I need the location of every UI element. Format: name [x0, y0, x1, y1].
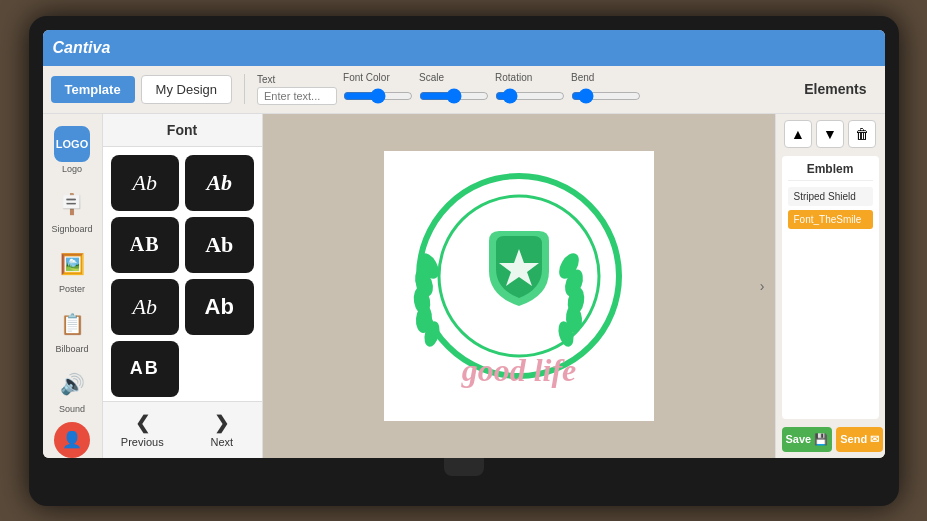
sidebar-item-billboard[interactable]: 📋 Bilboard: [50, 302, 94, 358]
save-label: Save: [786, 433, 812, 445]
down-icon: ▼: [823, 126, 837, 142]
scale-label: Scale: [419, 72, 444, 83]
font-color-field: Font Color: [343, 72, 413, 107]
elements-label: Elements: [804, 81, 876, 97]
toolbar-divider: [244, 74, 245, 104]
mydesign-button[interactable]: My Design: [141, 75, 232, 104]
font-color-label: Font Color: [343, 72, 390, 83]
font-item-4[interactable]: Ab: [185, 217, 254, 273]
sidebar-bottom: 👤: [54, 422, 90, 458]
main-content: LOGO Logo 🪧 Signboard 🖼️ Poster 📋 Bilboa…: [43, 114, 885, 458]
sound-icon: 🔊: [54, 366, 90, 402]
bend-label: Bend: [571, 72, 594, 83]
right-panel: ▲ ▼ 🗑 Emblem Striped Shield Font_TheSmil…: [775, 114, 885, 458]
billboard-icon: 📋: [54, 306, 90, 342]
toolbar: Template My Design Text Font Color Scale…: [43, 66, 885, 114]
back-icon: 👤: [62, 430, 82, 449]
rotation-slider[interactable]: [495, 85, 565, 107]
font-grid: Ab Ab AB Ab Ab Ab: [103, 147, 262, 401]
monitor-stand: [444, 458, 484, 476]
font-item-2[interactable]: Ab: [185, 155, 254, 211]
send-button[interactable]: Send ✉: [836, 427, 883, 452]
delete-button[interactable]: 🗑: [848, 120, 876, 148]
scale-slider[interactable]: [419, 85, 489, 107]
canvas-text: good life: [460, 352, 576, 388]
text-label: Text: [257, 74, 275, 85]
next-label: Next: [210, 436, 233, 448]
up-icon: ▲: [791, 126, 805, 142]
rotation-label: Rotation: [495, 72, 532, 83]
rotation-field: Rotation: [495, 72, 565, 107]
font-text-3: AB: [130, 233, 160, 256]
signboard-icon: 🪧: [54, 186, 90, 222]
sidebar-item-logo[interactable]: LOGO Logo: [50, 122, 94, 178]
font-item-5[interactable]: Ab: [111, 279, 180, 335]
next-arrow: ❯: [214, 412, 229, 434]
save-icon: 💾: [814, 433, 828, 446]
font-panel: Font Ab Ab AB Ab Ab: [103, 114, 263, 458]
app-logo: Cantiva: [53, 39, 111, 57]
font-text-5: Ab: [133, 294, 157, 320]
monitor-screen: Cantiva Template My Design Text Font Col…: [43, 30, 885, 458]
font-text-2: Ab: [206, 170, 232, 196]
sidebar-label-signboard: Signboard: [51, 224, 92, 234]
font-item-1[interactable]: Ab: [111, 155, 180, 211]
right-panel-controls: ▲ ▼ 🗑: [782, 120, 879, 148]
delete-icon: 🗑: [855, 126, 869, 142]
up-button[interactable]: ▲: [784, 120, 812, 148]
sidebar-item-poster[interactable]: 🖼️ Poster: [50, 242, 94, 298]
sidebar-label-logo: Logo: [62, 164, 82, 174]
bend-slider[interactable]: [571, 85, 641, 107]
send-icon: ✉: [870, 433, 879, 446]
down-button[interactable]: ▼: [816, 120, 844, 148]
sidebar-label-poster: Poster: [59, 284, 85, 294]
app-header: Cantiva: [43, 30, 885, 66]
font-item-7[interactable]: AB: [111, 341, 180, 397]
font-nav: ❮ Previous ❯ Next: [103, 401, 262, 458]
font-text-1: Ab: [133, 170, 157, 196]
right-panel-footer: Save 💾 Send ✉: [782, 427, 879, 452]
template-button[interactable]: Template: [51, 76, 135, 103]
back-button[interactable]: 👤: [54, 422, 90, 458]
scale-field: Scale: [419, 72, 489, 107]
prev-label: Previous: [121, 436, 164, 448]
text-input[interactable]: [257, 87, 337, 105]
canvas-svg: good life: [384, 151, 654, 421]
font-panel-header: Font: [103, 114, 262, 147]
save-button[interactable]: Save 💾: [782, 427, 833, 452]
monitor: Cantiva Template My Design Text Font Col…: [29, 16, 899, 506]
sidebar-label-billboard: Bilboard: [55, 344, 88, 354]
bend-field: Bend: [571, 72, 641, 107]
poster-icon: 🖼️: [54, 246, 90, 282]
font-text-4: Ab: [205, 232, 233, 258]
font-item-6[interactable]: Ab: [185, 279, 254, 335]
prev-arrow: ❮: [135, 412, 150, 434]
sidebar-label-sound: Sound: [59, 404, 85, 414]
text-field: Text: [257, 74, 337, 105]
next-button[interactable]: ❯ Next: [182, 402, 262, 458]
font-color-slider[interactable]: [343, 85, 413, 107]
logo-icon: LOGO: [54, 126, 90, 162]
element-striped-shield[interactable]: Striped Shield: [788, 187, 873, 206]
elements-section: Emblem Striped Shield Font_TheSmile: [782, 156, 879, 419]
font-text-7: AB: [130, 358, 160, 379]
send-label: Send: [840, 433, 867, 445]
left-sidebar: LOGO Logo 🪧 Signboard 🖼️ Poster 📋 Bilboa…: [43, 114, 103, 458]
canvas-arrow-right: ›: [760, 278, 765, 294]
sidebar-item-signboard[interactable]: 🪧 Signboard: [47, 182, 96, 238]
canvas-area: good life ›: [263, 114, 775, 458]
sidebar-item-sound[interactable]: 🔊 Sound: [50, 362, 94, 418]
prev-button[interactable]: ❮ Previous: [103, 402, 183, 458]
font-item-3[interactable]: AB: [111, 217, 180, 273]
font-text-6: Ab: [205, 294, 234, 320]
element-font-thesmile[interactable]: Font_TheSmile: [788, 210, 873, 229]
canvas-bg: good life: [384, 151, 654, 421]
elements-section-title: Emblem: [788, 162, 873, 181]
